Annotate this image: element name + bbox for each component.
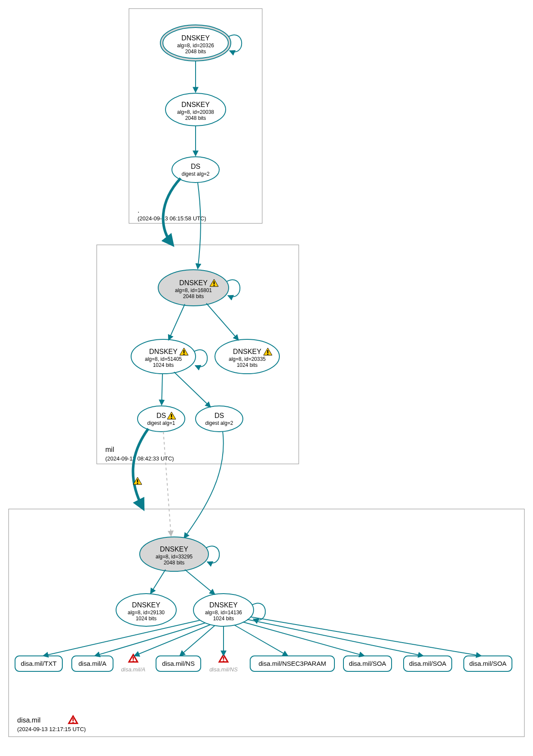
node-line3: 2048 bits xyxy=(185,49,206,55)
svg-text:DNSKEY: DNSKEY xyxy=(181,101,210,108)
zone-root-timestamp: (2024-09-13 06:15:58 UTC) xyxy=(138,215,206,222)
svg-text:alg=8, id=20335: alg=8, id=20335 xyxy=(229,356,266,362)
zone-disa: disa.mil (2024-09-13 12:17:15 UTC) xyxy=(9,509,524,737)
svg-text:1024 bits: 1024 bits xyxy=(237,362,258,368)
svg-text:alg=8, id=29130: alg=8, id=29130 xyxy=(128,610,165,616)
svg-rect-35 xyxy=(9,509,524,737)
svg-text:digest alg=2: digest alg=2 xyxy=(181,171,209,177)
svg-text:digest alg=1: digest alg=1 xyxy=(147,420,175,426)
rr-soa3[interactable]: disa.mil/SOA xyxy=(464,656,512,671)
node-mil-ds1[interactable]: DS digest alg=1 xyxy=(138,406,185,432)
zone-root-label: . xyxy=(138,207,139,214)
edge-rootds-milksk xyxy=(198,183,201,269)
svg-text:1024 bits: 1024 bits xyxy=(153,362,174,368)
rr-ns[interactable]: disa.mil/NS xyxy=(156,656,201,671)
node-mil-zsk1[interactable]: DNSKEY alg=8, id=51405 1024 bits xyxy=(131,339,196,374)
svg-text:alg=8, id=33295: alg=8, id=33295 xyxy=(156,554,193,560)
edge-zsk2-soa3 xyxy=(250,617,481,656)
svg-text:digest alg=2: digest alg=2 xyxy=(205,420,233,426)
svg-text:disa.mil/SOA: disa.mil/SOA xyxy=(349,660,386,667)
edge-milds1-disaksk-dashed xyxy=(163,432,171,536)
edge-milksk-zsk2 xyxy=(206,303,239,340)
svg-text:alg=8, id=14136: alg=8, id=14136 xyxy=(205,610,242,616)
svg-text:1024 bits: 1024 bits xyxy=(136,616,157,622)
svg-text:disa.mil/A: disa.mil/A xyxy=(78,660,106,667)
edge-disaksk-zsk1 xyxy=(150,570,165,594)
svg-text:disa.mil/SOA: disa.mil/SOA xyxy=(469,660,507,667)
svg-text:disa.mil/NS: disa.mil/NS xyxy=(209,666,238,673)
node-root-zsk[interactable]: DNSKEY alg=8, id=20038 2048 bits xyxy=(165,93,226,126)
svg-text:DS: DS xyxy=(214,412,224,419)
edge-zsk2-a xyxy=(95,623,205,656)
svg-text:alg=8, id=20038: alg=8, id=20038 xyxy=(177,109,214,115)
edge-milzsk1-ds1 xyxy=(162,374,162,405)
svg-text:2048 bits: 2048 bits xyxy=(164,560,185,566)
rr-soa1[interactable]: disa.mil/SOA xyxy=(343,656,392,671)
svg-text:1024 bits: 1024 bits xyxy=(213,616,234,622)
rr-ns-err[interactable]: disa.mil/NS xyxy=(209,655,238,673)
error-icon xyxy=(69,716,77,723)
rr-nsec3param[interactable]: disa.mil/NSEC3PARAM xyxy=(250,656,334,671)
node-disa-ksk[interactable]: DNSKEY alg=8, id=33295 2048 bits xyxy=(140,537,208,571)
svg-text:disa.mil: disa.mil xyxy=(17,716,40,724)
svg-text:disa.mil/NSEC3PARAM: disa.mil/NSEC3PARAM xyxy=(258,660,326,667)
svg-text:mil: mil xyxy=(105,446,114,453)
selfloop-mil-zsk1 xyxy=(194,350,207,366)
edge-milksk-zsk1 xyxy=(168,304,185,340)
svg-text:2048 bits: 2048 bits xyxy=(183,293,204,299)
svg-text:(2024-09-13 12:17:15 UTC): (2024-09-13 12:17:15 UTC) xyxy=(17,726,86,732)
edge-milds2-disaksk xyxy=(184,431,224,538)
node-disa-zsk1[interactable]: DNSKEY alg=8, id=29130 1024 bits xyxy=(116,594,176,626)
svg-text:disa.mil/SOA: disa.mil/SOA xyxy=(409,660,447,667)
error-icon xyxy=(129,655,138,662)
rr-a[interactable]: disa.mil/A xyxy=(72,656,113,671)
edge-zsk2-aerr xyxy=(134,625,211,656)
rr-a-err[interactable]: disa.mil/A xyxy=(121,655,145,673)
svg-text:DNSKEY: DNSKEY xyxy=(160,546,188,553)
svg-text:DNSKEY: DNSKEY xyxy=(209,601,238,609)
edge-rootds-milbox-thick xyxy=(163,178,181,244)
svg-text:alg=8, id=51405: alg=8, id=51405 xyxy=(145,356,182,362)
svg-text:DS: DS xyxy=(191,163,200,170)
svg-text:DS: DS xyxy=(156,412,166,419)
edge-zsk2-n3p xyxy=(234,625,288,656)
edge-zsk2-soa1 xyxy=(243,622,365,656)
svg-text:(2024-09-13 08:42:33 UTC): (2024-09-13 08:42:33 UTC) xyxy=(105,455,174,462)
node-line2: alg=8, id=20326 xyxy=(177,43,214,49)
svg-text:disa.mil/NS: disa.mil/NS xyxy=(162,660,195,667)
svg-text:alg=8, id=16801: alg=8, id=16801 xyxy=(175,287,212,293)
edge-milds1-disabox-thick xyxy=(133,429,148,508)
svg-text:DNSKEY: DNSKEY xyxy=(179,279,208,287)
svg-text:disa.mil/TXT: disa.mil/TXT xyxy=(21,660,56,667)
edge-zsk2-txt xyxy=(43,620,200,656)
rr-soa2[interactable]: disa.mil/SOA xyxy=(404,656,452,671)
edge-zsk2-soa2 xyxy=(247,619,423,656)
node-root-ksk[interactable]: DNSKEY alg=8, id=20326 2048 bits xyxy=(160,25,231,61)
svg-text:disa.mil/A: disa.mil/A xyxy=(121,666,145,673)
rr-txt[interactable]: disa.mil/TXT xyxy=(15,656,62,671)
node-mil-zsk2[interactable]: DNSKEY alg=8, id=20335 1024 bits xyxy=(215,339,279,374)
node-disa-zsk2[interactable]: DNSKEY alg=8, id=14136 1024 bits xyxy=(193,594,254,626)
edge-milzsk1-ds2 xyxy=(174,372,211,407)
edge-disaksk-zsk2 xyxy=(185,570,215,594)
node-mil-ksk[interactable]: DNSKEY alg=8, id=16801 2048 bits xyxy=(158,270,229,306)
svg-text:DNSKEY: DNSKEY xyxy=(132,601,160,609)
svg-text:DNSKEY: DNSKEY xyxy=(233,348,261,355)
node-mil-ds2[interactable]: DS digest alg=2 xyxy=(196,406,243,432)
svg-text:2048 bits: 2048 bits xyxy=(185,115,206,121)
svg-text:DNSKEY: DNSKEY xyxy=(149,348,178,355)
node-title: DNSKEY xyxy=(181,34,210,42)
